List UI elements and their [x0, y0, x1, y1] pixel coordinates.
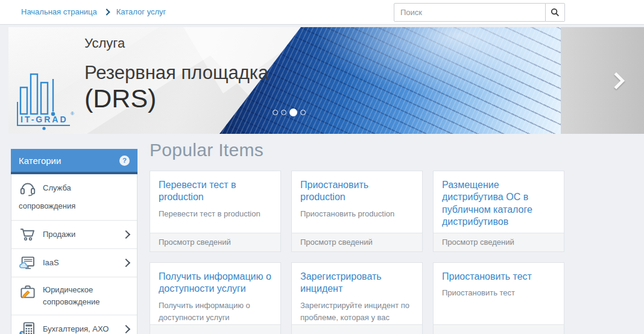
carousel-dot[interactable] [300, 110, 306, 115]
catalog-item-title-link[interactable]: Приостановить тест [442, 271, 555, 283]
search-input[interactable] [394, 3, 546, 22]
calculator-euro-icon: € [19, 320, 37, 334]
view-details-link[interactable] [292, 324, 422, 334]
view-details-link[interactable]: Просмотр сведений [434, 233, 564, 251]
card-body: Приостановить production Приостановить p… [292, 171, 422, 233]
breadcrumb-home-link[interactable]: Начальная страница [21, 7, 97, 16]
catalog-item-description: Приостановить production [300, 208, 414, 220]
catalog-item-card: Перевести тест в production Перевести те… [150, 171, 281, 252]
help-icon[interactable]: ? [119, 156, 130, 166]
card-body: Размещение дистрибутива ОС в публичном к… [434, 171, 564, 233]
chevron-right-icon [122, 230, 130, 239]
catalog-item-card: Приостановить тест Приостановить тест [433, 262, 564, 334]
page-title: Popular Items [150, 140, 564, 160]
catalog-item-title-link[interactable]: Получить информацию о доступности услуги [159, 271, 272, 295]
categories-sidebar: Категории ? Служба сопровождения [11, 149, 137, 334]
breadcrumb-current-link[interactable]: Каталог услуг [116, 7, 166, 16]
card-body: Получить информацию о доступности услуги… [150, 263, 280, 324]
promo-banner: IT-GRAD ® Услуга Резервная площадка (DRS… [8, 27, 644, 134]
banner-subtitle: (DRS) [84, 84, 156, 113]
sidebar-item-support-service[interactable]: Служба сопровождения [11, 174, 137, 220]
view-details-link[interactable] [434, 324, 564, 334]
briefcase-pencil-icon [19, 283, 37, 301]
catalog-item-card: Зарегистрировать инцидент Зарегистрируйт… [291, 262, 423, 334]
carousel-dots [273, 109, 306, 116]
carousel-next-button[interactable] [602, 66, 631, 95]
sidebar-item-sales[interactable]: Продажи [11, 220, 137, 248]
carousel-dot[interactable] [273, 110, 278, 115]
sidebar-item-iaas[interactable]: IaaS [11, 248, 137, 277]
catalog-item-title-link[interactable]: Размещение дистрибутива ОС в публичном к… [442, 179, 555, 228]
banner-kicker: Услуга [84, 36, 125, 51]
cart-icon [19, 225, 37, 244]
carousel-dot-active[interactable] [289, 109, 297, 116]
catalog-item-description: Перевести тест в production [159, 208, 272, 220]
popular-items-grid: Перевести тест в production Перевести те… [150, 171, 564, 334]
catalog-item-description: Приостановить тест [442, 287, 555, 299]
view-details-link[interactable] [150, 324, 280, 334]
catalog-item-card: Получить информацию о доступности услуги… [150, 262, 281, 334]
view-details-link[interactable]: Просмотр сведений [292, 233, 422, 251]
chevron-right-icon [122, 325, 130, 333]
main-content: Popular Items Перевести тест в productio… [150, 140, 564, 334]
categories-header: Категории ? [11, 149, 137, 174]
catalog-item-card: Размещение дистрибутива ОС в публичном к… [433, 171, 564, 252]
chevron-right-icon [608, 72, 625, 89]
catalog-item-title-link[interactable]: Перевести тест в production [159, 179, 272, 204]
sidebar-item-accounting[interactable]: € Бухгалтерия, АХО [11, 315, 137, 334]
search-button[interactable] [546, 3, 565, 22]
chevron-right-icon [122, 259, 130, 267]
catalog-item-card: Приостановить production Приостановить p… [291, 171, 423, 252]
banner-title: Резервная площадка [84, 62, 268, 84]
catalog-item-description: Зарегистрируйте инцидент по проблеме, ко… [300, 300, 414, 324]
server-room-photo [219, 27, 561, 134]
categories-title: Категории [19, 156, 61, 166]
it-grad-logo: IT-GRAD ® [16, 67, 76, 131]
breadcrumb-chevron-icon [103, 8, 110, 15]
catalog-item-description: Получить информацию о доступности услуги [159, 300, 272, 324]
svg-text:€: € [19, 329, 25, 334]
card-body: Приостановить тест Приостановить тест [434, 263, 564, 324]
card-body: Перевести тест в production Перевести те… [150, 171, 280, 233]
card-body: Зарегистрировать инцидент Зарегистрируйт… [292, 263, 422, 324]
carousel-dot[interactable] [281, 110, 286, 115]
top-bar: Начальная страница Каталог услуг [0, 0, 644, 25]
logo-registered-mark: ® [71, 111, 74, 116]
view-details-link[interactable]: Просмотр сведений [150, 233, 280, 251]
headset-icon [19, 179, 37, 197]
catalog-item-title-link[interactable]: Зарегистрировать инцидент [300, 271, 414, 295]
sidebar-item-legal-support[interactable]: Юридическое сопровождение [11, 277, 137, 315]
search-icon [551, 8, 560, 17]
categories-list: Служба сопровождения Продажи [11, 174, 137, 334]
breadcrumb: Начальная страница Каталог услуг [21, 7, 166, 16]
monitor-cloud-icon [19, 254, 37, 272]
logo-text: IT-GRAD [21, 115, 68, 124]
search-bar [394, 3, 565, 22]
catalog-item-title-link[interactable]: Приостановить production [300, 179, 414, 204]
